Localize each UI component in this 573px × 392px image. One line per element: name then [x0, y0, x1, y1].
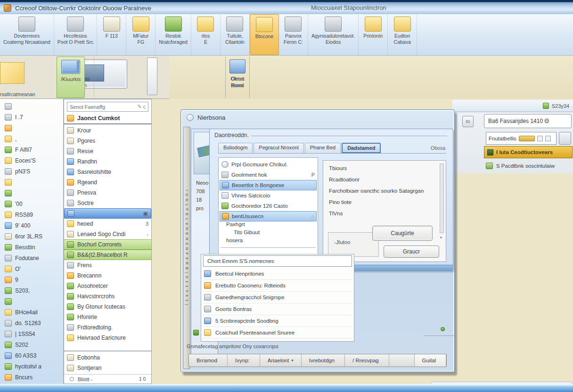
rail-item[interactable]: O' [5, 263, 63, 274]
sidebar-item[interactable]: Rgeand [64, 177, 151, 188]
ribbon-button[interactable]: Btocone [250, 14, 279, 55]
ribbon-button[interactable]: Tuitule, Cllaetoln [221, 14, 250, 55]
toolbar-button[interactable]: /Kiuurkis [57, 57, 85, 98]
rail-item[interactable]: 60 A3S3 [5, 350, 63, 361]
sidebar-item[interactable]: heoed 3 [64, 219, 151, 229]
rail-item[interactable]: , [5, 133, 63, 144]
file-row[interactable]: Goorts Bontras [203, 303, 352, 315]
rail-item[interactable]: Bncurs [5, 372, 63, 383]
rail-item[interactable]: F Alfii7 [5, 144, 63, 155]
sidebar-item[interactable]: Brecannn [64, 270, 151, 281]
ribbon-button[interactable]: Paovox Feron C: [279, 14, 308, 55]
rail-item[interactable] [5, 122, 63, 133]
sidebar-item[interactable]: Lenaed Sogo Cindi - [64, 229, 151, 239]
sidebar-item[interactable]: B&&(t2.Bhacelbot R [64, 250, 151, 260]
file-row[interactable]: Erebutto Caooneru: Rdteiods [203, 280, 352, 292]
filter-box2-icon[interactable] [545, 136, 551, 141]
ribbon-button[interactable]: Prinlonin [359, 14, 388, 55]
sidebar-search[interactable]: Senot Faenaffg ✎ ς [67, 102, 148, 112]
sidebar-item[interactable]: Krour [64, 125, 151, 136]
dialog-option-row[interactable]: Vhnes Satcicoio [220, 190, 317, 201]
rail-item[interactable]: pN3'S [5, 166, 63, 177]
rail-item[interactable]: S203, [5, 285, 63, 296]
dialog-option-row[interactable]: Beoertlor h Bongoese [220, 180, 317, 190]
rail-item[interactable]: Fodutane [5, 253, 63, 263]
rail-item[interactable]: '00 [5, 198, 63, 209]
ribbon-button[interactable]: Dovterreors Coaterng Nrcaatsand [0, 14, 54, 55]
dialog-button[interactable]: Ariaelont ▾ [260, 354, 302, 367]
rail-item[interactable]: do. S1263 [5, 318, 63, 328]
sidebar-item[interactable]: Hfonirte [64, 312, 151, 322]
configure-button[interactable]: Caugürte [372, 226, 433, 241]
rail-item[interactable]: 9 [5, 274, 63, 285]
dialog-button[interactable]: Ivrebotdgn [302, 354, 345, 367]
dialog-option-row[interactable]: bentUsusecn ◌ [220, 211, 317, 221]
dialog-tab[interactable]: Pegracul Nroxonl [254, 143, 303, 153]
dialog-button[interactable]: Brramod [189, 354, 228, 367]
sidebar-item[interactable]: Heivraod Earicnure [64, 333, 151, 343]
ribbon-button[interactable]: MFatur FG [126, 14, 156, 55]
search-options-icon[interactable]: ✎ ς [137, 104, 146, 110]
rail-item[interactable]: I .7 [5, 112, 63, 122]
rail-item[interactable]: 9' 400 [5, 220, 63, 231]
sidebar-item[interactable]: Frens [64, 260, 151, 270]
ribbon-button[interactable]: Agynisaduloretavot. Eiodos [308, 14, 359, 55]
ribbon-button[interactable]: rtos E [191, 14, 221, 55]
create-button[interactable]: Graucr [384, 245, 439, 258]
dialog-tab[interactable]: Dadstamed [342, 143, 381, 153]
address-input[interactable]: Ba6 Fassanjdes 1410 Θ [484, 114, 572, 128]
sidebar-item[interactable]: Bochurl Corrorets [64, 239, 151, 250]
rail-item[interactable]: S202 [5, 339, 63, 350]
sidebar-item[interactable]: Soctre [64, 198, 151, 208]
rail-item[interactable]: Bessttin [5, 242, 63, 253]
options-scrollbar[interactable]: * [440, 163, 444, 233]
dialog-title-bar[interactable]: Nierbsona [181, 110, 454, 125]
file-row[interactable]: Beetcul Henpritones [203, 268, 352, 280]
dialog-option-row[interactable]: Gocthoredor 126 Casto [220, 201, 317, 211]
rail-item[interactable]: Eoces'S [5, 155, 63, 166]
side-button[interactable] [559, 132, 571, 145]
rail-item[interactable]: RSS89 [5, 209, 63, 220]
ribbon-button[interactable]: F 113 [97, 14, 126, 55]
dialog-button[interactable]: / Rresvpag [345, 354, 389, 367]
dialog-tab[interactable]: Bsliodogm [218, 143, 253, 153]
highlighted-result-row[interactable]: I luta Ceodtiuctovears [484, 146, 573, 158]
sidebar-footer-item[interactable]: Eobonha [64, 352, 151, 363]
sidebar-item[interactable]: Frdtoredtolng. [64, 322, 151, 333]
sidebar-item[interactable]: Resse [64, 146, 151, 156]
right-toolbar-icon[interactable] [543, 103, 549, 109]
sidebar-item[interactable]: Pnesva [64, 188, 151, 198]
ribbon-button[interactable]: Hrcofesios Poot O Prett Src [54, 14, 97, 55]
scroll-star-icon[interactable]: * [437, 236, 445, 243]
options-box[interactable]: -Jlutoo [328, 232, 379, 257]
file-row[interactable]: 5 Scnbreapctrde Soodbng [203, 315, 352, 327]
filter-combo[interactable]: Fnutatbellis [486, 132, 557, 145]
ribbon-button[interactable]: Restok Nratcforaged [156, 14, 191, 55]
result-row-2[interactable]: S Pacdtbnk soscintulaiw [486, 160, 573, 172]
rail-item[interactable]: BHce4ail [5, 307, 63, 318]
status-circle-icon[interactable] [70, 377, 74, 381]
color-swatch[interactable] [0, 62, 25, 84]
dialog-sub-row[interactable]: Tits Gibuut [220, 229, 317, 237]
sidebar-item[interactable]: By Gtonur Icutecas [64, 302, 151, 312]
dialog-button[interactable]: Ivynp: [228, 354, 260, 367]
dialog-button[interactable]: Guilal [414, 354, 446, 367]
boxed-row[interactable]: Chort Emnm S'S.nomecnes [203, 255, 352, 267]
filter-box-icon[interactable] [537, 136, 543, 141]
rail-item[interactable] [5, 177, 63, 188]
rail-item[interactable] [5, 101, 63, 112]
sidebar-item[interactable]: Aosohretcer [64, 281, 151, 291]
ig-button[interactable]: IG [462, 116, 474, 127]
sidebar-footer-item[interactable]: Sontjeran [64, 363, 151, 373]
toolbar-button[interactable]: Orms Boros [225, 57, 250, 98]
sidebar-root-item[interactable]: Jaonct Cumkot [64, 113, 151, 124]
dialog-tab[interactable]: Phane Bed [305, 143, 341, 153]
rail-item[interactable] [5, 296, 63, 307]
sidebar-item[interactable]: Haivcstnrcrohs [64, 291, 151, 302]
sidebar-item[interactable]: ▣ [64, 208, 151, 219]
ribbon-button[interactable]: Eudton Cabava [388, 14, 417, 55]
sidebar-item[interactable]: Pgores [64, 136, 151, 146]
dialog-option-row[interactable]: Prpl Gocmuure Chrikul. [220, 159, 317, 170]
file-row[interactable]: Ccaichud Psenteanaunel Snuree [203, 327, 352, 339]
rail-item[interactable]: 6ror 3L.RS [5, 231, 63, 242]
